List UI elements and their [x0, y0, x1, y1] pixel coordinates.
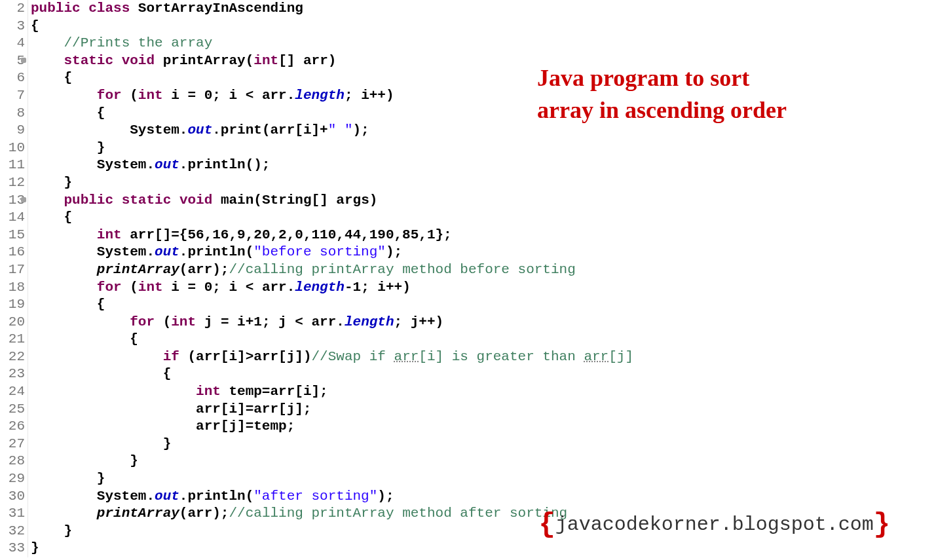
code-line: int temp=arr[i];: [31, 383, 633, 401]
code-line: System.out.println("before sorting");: [31, 244, 633, 261]
watermark-text: javacodekorner.blogspot.com: [555, 513, 874, 536]
code-line: {: [31, 296, 633, 314]
code-line: if (arr[i]>arr[j])//Swap if arr[i] is gr…: [31, 348, 633, 366]
line-number: 22: [0, 348, 25, 366]
code-line: {: [31, 365, 633, 383]
line-number: 11: [0, 157, 25, 174]
code-line: {: [31, 209, 633, 227]
watermark: {javacodekorner.blogspot.com}: [538, 509, 890, 540]
line-number: 8: [0, 105, 25, 122]
code-line: {: [31, 18, 633, 35]
line-number: 18: [0, 279, 25, 297]
code-line: }: [31, 436, 633, 453]
code-line: System.out.println();: [31, 157, 633, 174]
line-number: 25: [0, 401, 25, 419]
line-number: 3: [0, 18, 25, 35]
line-number: 9: [0, 122, 25, 140]
line-number: 15: [0, 227, 25, 244]
code-line: }: [31, 174, 633, 192]
line-number: 21: [0, 331, 25, 348]
line-number: 20: [0, 314, 25, 331]
line-number-gutter: 2 3 4 5 6 7 8 9 10 11 12 13 14 15 16 17 …: [0, 0, 28, 557]
line-number: 24: [0, 383, 25, 401]
code-line: }: [31, 453, 633, 470]
code-line: public class SortArrayInAscending: [31, 0, 633, 18]
line-number: 29: [0, 470, 25, 488]
code-editor: 2 3 4 5 6 7 8 9 10 11 12 13 14 15 16 17 …: [0, 0, 936, 557]
line-number: 5: [0, 52, 25, 70]
line-number: 28: [0, 453, 25, 470]
code-line: //Prints the array: [31, 35, 633, 52]
line-number: 14: [0, 209, 25, 227]
code-line: System.out.println("after sorting");: [31, 488, 633, 506]
line-number: 6: [0, 69, 25, 87]
line-number: 27: [0, 436, 25, 453]
line-number: 33: [0, 540, 25, 557]
line-number: 4: [0, 35, 25, 52]
line-number: 13: [0, 192, 25, 210]
line-number: 31: [0, 505, 25, 523]
code-line: }: [31, 470, 633, 488]
code-line: printArray(arr);//calling printArray met…: [31, 261, 633, 279]
line-number: 19: [0, 296, 25, 314]
line-number: 17: [0, 261, 25, 279]
line-number: 26: [0, 418, 25, 436]
code-line: public static void main(String[] args): [31, 192, 633, 210]
line-number: 12: [0, 174, 25, 192]
brace-open-icon: {: [538, 509, 555, 540]
line-number: 30: [0, 488, 25, 506]
code-line: for (int i = 0; i < arr.length-1; i++): [31, 279, 633, 297]
line-number: 7: [0, 87, 25, 105]
title-overlay: Java program to sort array in ascending …: [537, 62, 787, 126]
line-number: 32: [0, 523, 25, 540]
brace-close-icon: }: [874, 509, 890, 540]
line-number: 2: [0, 0, 25, 18]
line-number: 10: [0, 140, 25, 157]
code-line: }: [31, 140, 633, 157]
title-line-1: Java program to sort: [537, 62, 787, 94]
code-line: arr[i]=arr[j];: [31, 401, 633, 419]
code-line: {: [31, 331, 633, 348]
code-line: arr[j]=temp;: [31, 418, 633, 436]
code-line: int arr[]={56,16,9,20,2,0,110,44,190,85,…: [31, 227, 633, 244]
code-line: }: [31, 540, 633, 557]
title-line-2: array in ascending order: [537, 94, 787, 126]
code-line: for (int j = i+1; j < arr.length; j++): [31, 314, 633, 331]
line-number: 16: [0, 244, 25, 261]
line-number: 23: [0, 365, 25, 383]
